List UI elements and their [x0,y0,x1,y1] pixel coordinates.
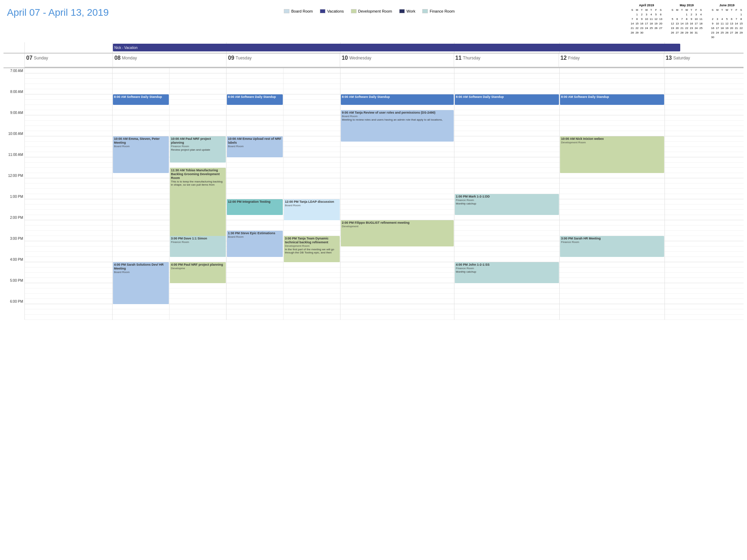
mini-cal-day[interactable]: 29 [684,30,689,35]
mini-cal-day[interactable]: 17 [694,21,699,26]
mini-cal-day[interactable]: 1 [739,12,744,17]
mini-cal-day[interactable]: 9 [689,17,694,21]
event-tue-emma[interactable]: 10:00 AM Emma Upload rest of NRF labelsB… [227,136,283,157]
event-fri-nick[interactable]: 10:00 AM Nick Inixion webexDevelopment R… [560,136,664,173]
mini-cal-day[interactable]: 24 [644,26,649,30]
mini-cal-day[interactable]: 27 [675,30,680,35]
event-thu-mark[interactable]: 1:00 PM Mark 1-2-1:DDFinance RoomMonthly… [455,194,559,215]
mini-cal-day[interactable]: 1 [635,12,640,17]
mini-cal-day[interactable]: 18 [720,26,725,30]
mini-cal-day[interactable]: 15 [635,21,640,26]
mini-cal-day[interactable]: 5 [725,17,730,21]
event-fri-sarah-hr[interactable]: 3:00 PM Sarah HR MeetingFinance Room [560,236,664,257]
mini-cal-day[interactable]: 15 [739,21,744,26]
event-wed-filippo[interactable]: 2:00 PM Filippo BUGLIST refinement meeti… [341,220,454,246]
mini-cal-day[interactable]: 27 [658,26,663,30]
mini-cal-day[interactable]: 14 [680,21,684,26]
mini-cal-day[interactable]: 19 [654,21,659,26]
mini-cal-day[interactable]: 25 [698,26,703,30]
mini-cal-day[interactable]: 24 [715,30,720,35]
mini-cal-day[interactable]: 4 [649,12,654,17]
mini-cal-day[interactable]: 5 [654,12,659,17]
mini-cal-day[interactable]: 9 [710,21,715,26]
mini-cal-day[interactable]: 21 [734,26,739,30]
mini-cal-day[interactable]: 4 [720,17,725,21]
event-mon-paul[interactable]: 10:00 AM Paul NRF project planningFinanc… [170,136,226,163]
mini-cal-day[interactable]: 11 [649,17,654,21]
mini-cal-day[interactable]: 18 [649,21,654,26]
mini-cal-day[interactable]: 20 [675,26,680,30]
mini-cal-day[interactable]: 11 [698,17,703,21]
mini-cal-day[interactable]: 13 [675,21,680,26]
mini-cal-day[interactable]: 4 [698,12,703,17]
mini-cal-day[interactable]: 6 [729,17,734,21]
mini-cal-day[interactable]: 7 [680,17,684,21]
event-mon-dave[interactable]: 3:00 PM Dave 1:1 SimonFinance Room [170,236,226,257]
mini-cal-day[interactable]: 13 [729,21,734,26]
mini-cal-day[interactable]: 26 [654,26,659,30]
mini-cal-day[interactable]: 30 [689,30,694,35]
mini-cal-day[interactable]: 28 [680,30,684,35]
mini-cal-day[interactable]: 22 [739,26,744,30]
event-thu-standup[interactable]: 8:00 AM Software Daily Standup [455,94,559,105]
mini-cal-day[interactable]: 10 [694,17,699,21]
mini-cal-day[interactable]: 6 [658,12,663,17]
event-mon-sarah[interactable]: 4:00 PM Sarah Solutions Dev/ HR MeetingB… [113,262,169,304]
mini-cal-day[interactable]: 12 [654,17,659,21]
mini-cal-day[interactable]: 29 [739,30,744,35]
mini-cal-day[interactable]: 28 [630,30,635,35]
event-mon-paul2[interactable]: 4:00 PM Paul NRF project planningDevelop… [170,262,226,283]
mini-cal-day[interactable]: 26 [670,30,675,35]
mini-cal-day[interactable]: 21 [680,26,684,30]
event-tue-standup[interactable]: 8:00 AM Software Daily Standup [227,94,283,105]
mini-cal-day[interactable]: 1 [684,12,689,17]
mini-cal-day[interactable]: 16 [689,21,694,26]
mini-cal-day[interactable]: 6 [675,17,680,21]
mini-cal-day[interactable]: 19 [670,26,675,30]
mini-cal-day[interactable]: 8 [739,17,744,21]
mini-cal-day[interactable]: 21 [630,26,635,30]
mini-cal-day[interactable]: 15 [684,21,689,26]
mini-cal-day[interactable]: 2 [689,12,694,17]
mini-cal-day[interactable]: 17 [644,21,649,26]
mini-cal-day[interactable]: 31 [694,30,699,35]
mini-cal-day[interactable]: 22 [684,26,689,30]
mini-cal-day[interactable]: 12 [725,21,730,26]
mini-cal-day[interactable]: 11 [720,21,725,26]
mini-cal-day[interactable]: 28 [734,30,739,35]
mini-cal-day[interactable]: 8 [684,17,689,21]
event-tue-integration[interactable]: 12:00 PM Integration Testing [227,199,283,215]
mini-cal-day[interactable]: 23 [689,26,694,30]
event-tue-tanja-team[interactable]: 3:00 PM Tanja Team Dynamic technical bac… [284,236,340,262]
mini-cal-day[interactable]: 10 [644,17,649,21]
event-tue-steve[interactable]: 1:30 PM Steve Epic EstimationsBoard Room [227,231,283,257]
mini-cal-day[interactable]: 19 [725,26,730,30]
mini-cal-day[interactable]: 17 [715,26,720,30]
event-thu-john[interactable]: 4:00 PM John 1-2-1:SSFinance RoomMonthly… [455,262,559,283]
mini-cal-day[interactable]: 14 [630,21,635,26]
mini-cal-day[interactable]: 7 [630,17,635,21]
mini-cal-day[interactable]: 2 [639,12,644,17]
mini-cal-day[interactable]: 22 [635,26,640,30]
mini-cal-day[interactable]: 30 [639,30,644,35]
mini-cal-day[interactable]: 24 [694,26,699,30]
mini-cal-day[interactable]: 29 [635,30,640,35]
mini-cal-day[interactable]: 20 [729,26,734,30]
mini-cal-day[interactable]: 3 [644,12,649,17]
event-fri-standup[interactable]: 8:00 AM Software Daily Standup [560,94,664,105]
mini-cal-day[interactable]: 25 [720,30,725,35]
mini-cal-day[interactable]: 3 [715,17,720,21]
mini-cal-day[interactable]: 5 [670,17,675,21]
mini-cal-day[interactable]: 9 [639,17,644,21]
mini-cal-day[interactable]: 7 [734,17,739,21]
mini-cal-day[interactable]: 14 [734,21,739,26]
mini-cal-day[interactable]: 16 [710,26,715,30]
mini-cal-day[interactable]: 12 [670,21,675,26]
event-wed-tanja[interactable]: 9:00 AM Tanja Review of user roles and p… [341,110,454,142]
event-tue-ldap[interactable]: 12:00 PM Tanja LDAP discussionBoard Room [284,199,340,220]
mini-cal-day[interactable]: 13 [658,17,663,21]
event-mon-standup[interactable]: 8:00 AM Software Daily Standup [113,94,169,105]
mini-cal-day[interactable]: 27 [729,30,734,35]
mini-cal-day[interactable]: 10 [715,21,720,26]
event-wed-standup[interactable]: 8:00 AM Software Daily Standup [341,94,454,105]
